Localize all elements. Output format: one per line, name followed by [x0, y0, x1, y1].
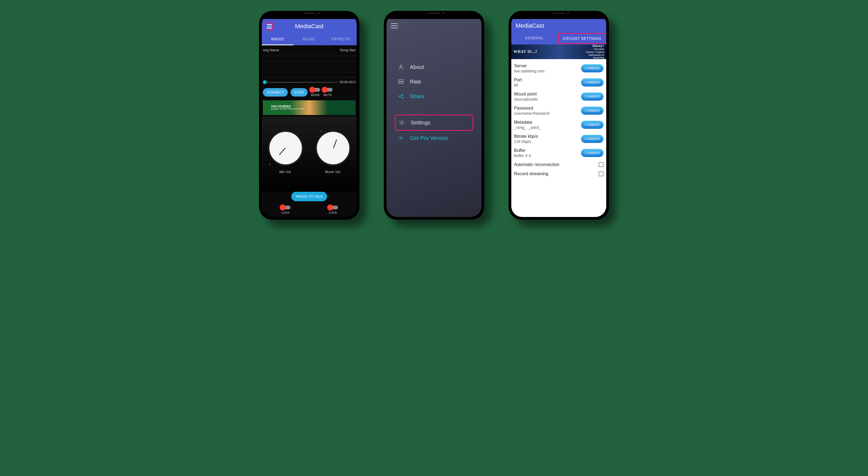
music-lock-toggle[interactable]	[328, 205, 338, 210]
music-volume-dial[interactable]	[317, 132, 349, 164]
port-label: Port	[514, 77, 522, 83]
drawer-screen: About Rate Share	[386, 19, 482, 217]
setting-row-auto-reconnection: Automatic reconnection	[514, 160, 603, 169]
change-buffer-button[interactable]: CAMBIAR	[581, 149, 603, 157]
settings-screen: MediaCast GENERAL ICECAST SETTINGS WHAT …	[511, 19, 606, 217]
svg-point-7	[400, 137, 402, 139]
server-value: live.radioking.com	[514, 69, 545, 73]
ad-subline: QUAND VOTRE FRIGO EST VIDE	[271, 108, 305, 110]
ad-tag1: Une série	[586, 48, 604, 51]
mic-volume-dial[interactable]	[269, 132, 302, 164]
svg-point-0	[400, 65, 402, 67]
ad-brand: Disney+	[586, 44, 604, 48]
settings-tabs: GENERAL ICECAST SETTINGS	[511, 33, 606, 44]
auto-reconnect-checkbox[interactable]	[599, 162, 603, 167]
svg-point-4	[402, 94, 403, 95]
ad-tag2: Disney+ Original	[586, 51, 604, 54]
metadata-value: _song_ ._artist_	[514, 125, 541, 130]
tab-radio[interactable]: RADIO	[262, 34, 293, 45]
svg-rect-1	[399, 80, 403, 82]
menu-item-rate[interactable]: Rate	[395, 74, 473, 89]
password-value: Username:Password	[514, 111, 549, 116]
menu-item-about[interactable]: About	[395, 60, 473, 74]
phone-mockup-menu: About Rate Share	[384, 11, 484, 220]
control-row: CONNECT STOP MODE MUTE	[262, 86, 357, 99]
song-name-right: Song Nan	[340, 48, 355, 52]
mute-toggle[interactable]	[323, 88, 333, 92]
connect-button[interactable]: CONNECT	[263, 88, 288, 97]
port-value: 80	[514, 83, 522, 87]
mode-label: MODE	[310, 93, 320, 97]
ad-banner[interactable]: WHAT IF...? Disney+ Une série Disney+ Or…	[511, 44, 606, 59]
menu-item-settings[interactable]: Settings	[395, 115, 473, 131]
share-icon	[397, 93, 404, 100]
menu-label-settings: Settings	[411, 120, 430, 126]
change-port-button[interactable]: CAMBIAR	[581, 78, 603, 87]
setting-row-server: Server live.radioking.com CAMBIAR	[514, 61, 603, 75]
mic-lock-toggle[interactable]	[281, 205, 290, 210]
hamburger-menu-icon[interactable]	[391, 23, 398, 28]
music-lock-label: LOCK	[317, 211, 349, 214]
setting-row-mount: Mount point /avocadoradio CAMBIAR	[514, 90, 603, 104]
server-label: Server	[514, 63, 545, 68]
music-vol-label: Music Vol.	[317, 170, 349, 174]
svg-point-5	[402, 97, 403, 98]
tab-general[interactable]: GENERAL	[511, 33, 557, 44]
setting-row-buffer: Buffer Buffer X 4 CAMBIAR	[514, 146, 603, 160]
tab-effects[interactable]: EFFECTS	[325, 34, 357, 45]
person-icon	[397, 63, 404, 70]
nav-drawer: About Rate Share	[386, 33, 482, 172]
setting-row-port: Port 80 CAMBIAR	[514, 75, 603, 90]
song-marquee: ong Name Song Nan	[262, 45, 357, 55]
bitrate-value: 128 Kbp/s	[514, 139, 538, 144]
menu-item-pro[interactable]: Get Pro Version	[395, 131, 473, 146]
phone-mockup-radio: MediaCast RADIO MUSIC EFFECTS ong Name S…	[259, 11, 360, 220]
menu-label-rate: Rate	[410, 78, 421, 85]
ad-banner[interactable]: VOS COURSES QUAND VOTRE FRIGO EST VIDE	[263, 100, 355, 115]
gear-icon	[397, 134, 404, 141]
buffer-value: Buffer X 4	[514, 154, 531, 158]
record-checkbox[interactable]	[599, 171, 603, 176]
record-label: Record streaming	[514, 171, 548, 176]
progress-bar[interactable]: 00:00 /00:0	[262, 78, 357, 86]
setting-row-password: Password Username:Password CAMBIAR	[514, 104, 603, 118]
menu-label-share: Share	[410, 93, 424, 99]
change-bitrate-button[interactable]: CAMBIAR	[581, 135, 603, 143]
app-header: MediaCast	[262, 19, 357, 34]
hamburger-menu-icon[interactable]	[265, 22, 273, 30]
setting-row-metadata: Metadata _song_ ._artist_ CAMBIAR	[514, 118, 603, 132]
press-to-talk-button[interactable]: PRESS TO TALK	[291, 192, 327, 201]
tab-bar: RADIO MUSIC EFFECTS	[262, 34, 357, 45]
ad-tag3: Maintenant en	[586, 54, 604, 57]
svg-point-3	[399, 96, 400, 97]
progress-thumb[interactable]	[263, 80, 267, 84]
radio-screen: MediaCast RADIO MUSIC EFFECTS ong Name S…	[262, 19, 357, 217]
mode-toggle[interactable]	[310, 88, 320, 92]
mic-vol-label: Mic Vol.	[269, 170, 302, 174]
mic-lock-label: LOCK	[269, 211, 302, 214]
menu-item-share[interactable]: Share	[395, 89, 473, 104]
dial-section: Mic Vol. Music Vol.	[262, 117, 357, 192]
change-metadata-button[interactable]: CAMBIAR	[581, 121, 603, 129]
setting-row-bitrate: Bitrate kbp/s 128 Kbp/s CAMBIAR	[514, 132, 603, 146]
setting-row-record-streaming: Record streaming	[514, 169, 603, 179]
change-password-button[interactable]: CAMBIAR	[581, 106, 603, 115]
mount-label: Mount point	[514, 92, 538, 97]
menu-label-about: About	[410, 64, 424, 70]
menu-label-pro: Get Pro Version	[410, 135, 448, 141]
app-title: MediaCast	[511, 19, 606, 33]
song-name-left: ong Name	[263, 48, 279, 52]
auto-reconnect-label: Automatic reconnection	[514, 162, 559, 167]
buffer-label: Buffer	[514, 148, 531, 153]
time-total: /00:0	[348, 80, 355, 84]
stop-button[interactable]: STOP	[290, 88, 308, 97]
change-mount-button[interactable]: CAMBIAR	[581, 93, 603, 101]
ad-show-title: WHAT IF...?	[514, 50, 537, 54]
metadata-label: Metadata	[514, 120, 541, 125]
change-server-button[interactable]: CAMBIAR	[581, 64, 603, 72]
tab-icecast-settings[interactable]: ICECAST SETTINGS	[558, 33, 606, 44]
mount-value: /avocadoradio	[514, 97, 538, 101]
svg-rect-2	[399, 82, 403, 84]
server-icon	[397, 78, 404, 85]
tab-music[interactable]: MUSIC	[293, 34, 325, 45]
